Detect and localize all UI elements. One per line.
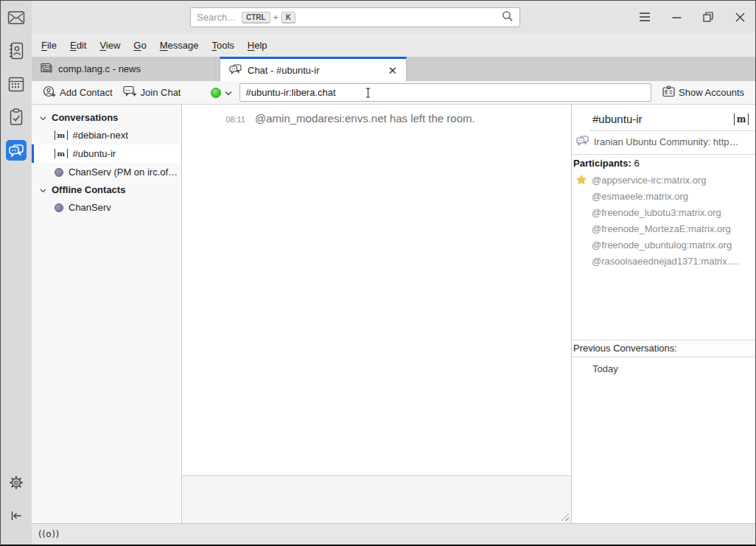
conversation-label: ChanServ (PM on irc.of… [69, 167, 178, 178]
global-search-input[interactable]: Search... CTRL + K [190, 7, 520, 27]
message-input[interactable] [182, 475, 571, 523]
conversations-sidebar: Conversations m #debian-next m #ubuntu-i… [32, 105, 182, 523]
chat-column: 08:11 @amin_modaresi:envs.net has left t… [182, 105, 571, 523]
room-topic-row[interactable]: Iranian Ubuntu Community: http… [572, 131, 755, 154]
room-title-row: #ubuntu-ir m [589, 105, 755, 131]
search-icon [502, 10, 514, 25]
chat-toolbar: Add Contact Join Chat [32, 81, 755, 105]
topic-bubble-icon [576, 136, 589, 148]
spaces-toolbar [1, 1, 32, 545]
conversations-group-label: Conversations [52, 112, 118, 123]
menu-message[interactable]: Message [153, 38, 206, 53]
system-message: 08:11 @amin_modaresi:envs.net has left t… [182, 112, 571, 125]
participant-name: @esmaeele:matrix.org [592, 191, 691, 202]
add-contact-button[interactable]: Add Contact [38, 83, 118, 102]
calendar-space-button[interactable] [6, 74, 27, 94]
add-contact-icon [43, 85, 56, 100]
offline-contacts-group-label: Offline Contacts [52, 184, 125, 195]
previous-conversations-header: Previous Conversations: [572, 340, 755, 357]
chat-name-input[interactable] [239, 83, 651, 102]
settings-button[interactable] [6, 472, 27, 493]
tasks-space-button[interactable] [6, 107, 27, 127]
mail-space-button[interactable] [6, 7, 27, 28]
matrix-protocol-icon: m [55, 130, 68, 140]
chevron-down-icon [225, 87, 232, 98]
conversations-group-header[interactable]: Conversations [32, 109, 181, 126]
chevron-down-icon [40, 184, 46, 195]
menu-help[interactable]: Help [241, 38, 274, 53]
menu-view[interactable]: View [93, 38, 127, 53]
star-icon [574, 175, 589, 185]
mail-icon [7, 10, 25, 25]
join-chat-button[interactable]: Join Chat [118, 83, 186, 102]
tasks-icon [9, 108, 24, 126]
minimize-button[interactable] [670, 10, 683, 24]
room-topic-text: Iranian Ubuntu Community: http… [594, 136, 739, 147]
matrix-protocol-icon: m [55, 149, 68, 158]
close-window-button[interactable] [733, 10, 746, 24]
tab-news[interactable]: comp.lang.c - news [32, 57, 215, 81]
conversation-ubuntu-ir[interactable]: m #ubuntu-ir [32, 144, 181, 163]
participant-row[interactable]: @freenode_MortezaE:matrix.org [572, 220, 755, 237]
message-list[interactable]: 08:11 @amin_modaresi:envs.net has left t… [182, 105, 571, 475]
chat-name-field-wrap [239, 83, 651, 102]
address-book-icon [8, 42, 24, 60]
participant-row[interactable]: @freenode_lubotu3:matrix.org [572, 204, 755, 220]
participant-name: @appservice-irc:matrix.org [592, 175, 710, 186]
chat-bubble-icon [229, 64, 242, 77]
show-accounts-label: Show Accounts [679, 87, 744, 98]
menu-edit[interactable]: Edit [63, 38, 93, 53]
room-title: #ubuntu-ir [592, 113, 643, 125]
collapse-left-icon [10, 510, 23, 522]
participants-count: 6 [634, 158, 639, 169]
tab-close-icon[interactable]: ✕ [388, 65, 397, 76]
content-area: Conversations m #debian-next m #ubuntu-i… [32, 105, 755, 523]
message-text: @amin_modaresi:envs.net has left the roo… [255, 112, 475, 125]
restore-button[interactable] [701, 10, 715, 24]
participant-name: @freenode_lubotu3:matrix.org [592, 207, 724, 218]
status-bar: ((o)) [32, 523, 755, 545]
participant-row[interactable]: @freenode_ubuntulog:matrix.org [572, 237, 755, 253]
tab-chat-label: Chat - #ubuntu-ir [248, 65, 320, 76]
tab-chat[interactable]: Chat - #ubuntu-ir ✕ [220, 57, 407, 81]
menu-tools[interactable]: Tools [205, 38, 240, 53]
gear-icon [8, 475, 24, 491]
panel-filler [572, 374, 755, 523]
participant-row[interactable]: @appservice-irc:matrix.org [572, 172, 755, 188]
status-selector[interactable] [211, 87, 232, 98]
titlebar: Search... CTRL + K [32, 1, 755, 33]
participant-row[interactable]: @rasoolsaeednejad1371:matrix.… [572, 253, 755, 269]
join-chat-label: Join Chat [141, 87, 181, 98]
join-chat-icon [123, 85, 137, 100]
tab-bar: comp.lang.c - news Chat - #ubuntu-ir ✕ [32, 57, 755, 81]
participants-header: Participants: 6 [572, 155, 755, 172]
show-accounts-button[interactable]: Show Accounts [657, 83, 749, 102]
newspaper-icon [41, 63, 52, 75]
id-card-icon [662, 85, 675, 99]
participants-section: Participants: 6 @appservice-irc:matrix.o… [572, 154, 755, 340]
addressbook-space-button[interactable] [6, 41, 27, 61]
participants-label: Participants: [573, 158, 631, 169]
thunderbird-window: Search... CTRL + K [0, 0, 756, 546]
participant-row[interactable]: @esmaeele:matrix.org [572, 188, 755, 204]
participant-name: @freenode_ubuntulog:matrix.org [592, 239, 735, 251]
menu-file[interactable]: File [35, 38, 63, 53]
conversation-debian-next[interactable]: m #debian-next [32, 126, 181, 144]
app-menu-button[interactable] [638, 10, 651, 24]
status-online-icon [211, 88, 221, 98]
offline-contacts-group-header[interactable]: Offline Contacts [32, 181, 181, 198]
tab-news-label: comp.lang.c - news [58, 63, 141, 74]
offline-contact-chanserv[interactable]: ChanServ [32, 198, 181, 217]
collapse-spaces-button[interactable] [6, 505, 27, 526]
previous-conversation-today[interactable]: Today [572, 357, 755, 374]
broadcast-icon: ((o)) [38, 529, 60, 539]
participant-name: @rasoolsaeednejad1371:matrix.… [592, 256, 742, 267]
key-plus-sign: + [273, 13, 279, 23]
conversation-label: #ubuntu-ir [73, 148, 116, 159]
chevron-down-icon [40, 112, 46, 123]
contact-label: ChanServ [69, 202, 111, 213]
conversation-chanserv-pm[interactable]: ChanServ (PM on irc.of… [32, 163, 181, 181]
menu-go[interactable]: Go [127, 38, 153, 53]
resize-grip[interactable] [561, 513, 569, 521]
chat-space-button[interactable] [6, 140, 27, 161]
